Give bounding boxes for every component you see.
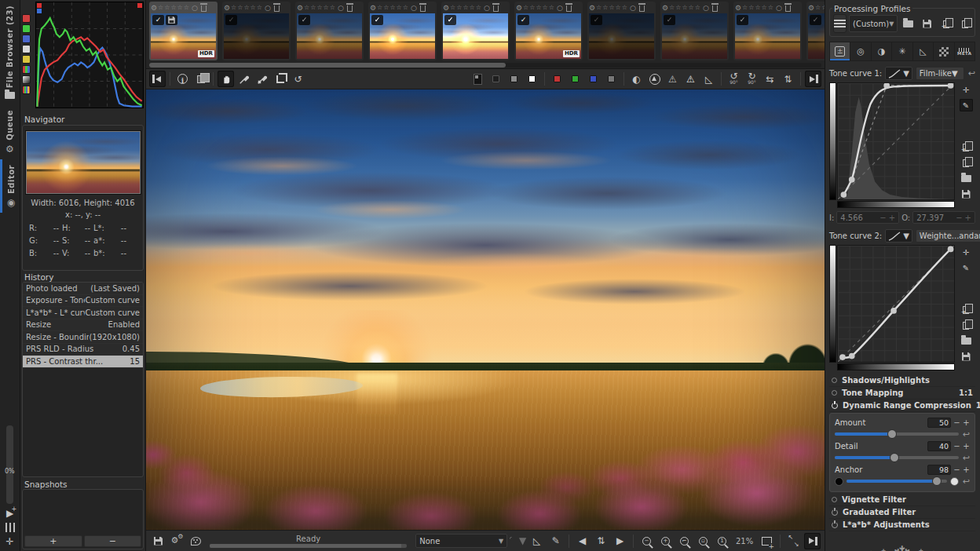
thumbnail-image[interactable]: ✓ HDR [589,13,654,59]
star-icon[interactable]: ☆ [529,4,535,12]
paste-curve-button[interactable] [960,140,973,153]
tab-exposure[interactable]: ± [830,42,850,60]
reset-icon[interactable]: ↩ [968,68,975,78]
tab-detail[interactable]: ◎ [850,42,871,60]
reset-icon[interactable]: ↩ [963,476,970,487]
history-row[interactable]: PRS RLD - Radius 0.45 [23,344,143,356]
bg-white-button[interactable] [524,71,540,87]
trash-icon[interactable] [493,5,499,12]
star-icon[interactable]: ☆ [549,4,554,12]
rotate-left-button[interactable]: ↺90° [726,71,742,87]
star-icon[interactable]: ☆ [536,4,541,12]
star-icon[interactable]: ☆ [609,4,614,12]
history-row[interactable]: Exposure - Tone c... Custom curve [23,295,143,308]
soft-proof-gamut-button[interactable]: ✎ [547,533,564,549]
load-curve-button[interactable] [960,172,973,184]
profile-gear-icon[interactable]: ⚙ [443,4,449,12]
previous-image-button[interactable]: ◀ [574,533,591,549]
star-icon[interactable]: ☆ [304,4,309,12]
profile-dropdown[interactable]: (Custom) ▼ [849,15,898,32]
highlight-clipping-button[interactable]: ⚠ [682,71,699,87]
toggle-left-panel-button[interactable] [149,71,166,87]
tab-advanced[interactable]: ✳ [892,42,912,60]
star-icon[interactable]: ☆ [675,4,681,12]
star-icon[interactable]: ☆ [463,4,468,12]
photo-canvas[interactable] [146,89,825,530]
plus-icon[interactable]: + [889,213,895,222]
star-icon[interactable]: ☆ [602,4,608,12]
tab-file-browser[interactable]: File Browser (23) [0,0,20,104]
profile-gear-icon[interactable]: ⚙ [589,4,595,12]
zoom-out-button[interactable]: − [638,533,655,549]
color-picker-button[interactable] [254,71,270,87]
histogram-luminosity-toggle[interactable] [22,45,31,53]
edit-point-pointer-icon[interactable]: ✛ [960,83,973,96]
next-image-button[interactable]: ▶ [612,533,628,549]
paste-curve-button[interactable] [960,303,973,316]
history-row[interactable]: L*a*b* - L* curve Custom curve [23,307,143,319]
profile-gear-icon[interactable]: ⚙ [151,4,157,12]
star-icon[interactable]: ☆ [397,4,402,12]
curve-type-dropdown-2[interactable]: ▼ [885,229,912,243]
edit-point-pointer-icon[interactable]: ✛ [960,246,973,258]
profile-fill-mode-button[interactable] [833,14,847,33]
minus-icon[interactable]: − [956,213,962,222]
curve-mode-dropdown-2[interactable]: Weighte...andard ▼ [916,229,980,243]
star-icon[interactable]: ☆ [815,4,821,12]
histogram-green-toggle[interactable] [22,24,31,33]
trash-icon[interactable] [785,5,791,12]
copy-curve-button[interactable] [960,319,973,331]
tool-off-icon[interactable] [832,378,837,383]
star-icon[interactable]: ☆ [310,4,316,12]
slider-handle[interactable] [932,476,942,486]
curve-mode-dropdown-1[interactable]: Film-like ▼ [916,67,964,80]
navigator-preview-image[interactable] [26,131,141,194]
star-icon[interactable]: ☆ [470,4,475,12]
output-profile-dropdown[interactable]: None ▼ [415,534,507,548]
history-row[interactable]: PRS - Contrast thr... 15 [23,356,143,368]
star-icon[interactable]: ☆ [596,4,602,12]
minus-icon[interactable]: − [953,465,960,474]
history-row[interactable]: Resize Enabled [23,319,143,332]
histogram-mode-toggle[interactable] [22,75,31,84]
star-icon[interactable]: ☆ [231,4,236,12]
filmstrip-thumbnail[interactable]: ⚙ ☆ ☆ ☆ ☆ ☆ ○ ✓ HDR [295,2,364,60]
color-label-icon[interactable]: ○ [776,4,782,12]
preview-green-button[interactable] [567,71,583,87]
edit-point-pen-icon[interactable]: ✎ [960,261,973,274]
histogram-chromaticity-toggle[interactable] [22,55,31,64]
color-label-icon[interactable]: ○ [338,4,344,12]
curve-plot-1[interactable] [837,82,955,200]
tab-color[interactable]: ◑ [872,42,892,60]
power-icon[interactable] [832,522,838,528]
slider-handle[interactable] [887,429,897,439]
star-icon[interactable]: ☆ [689,4,694,12]
fullscreen-button[interactable] [785,533,802,549]
triangle-plus-icon[interactable]: ▶ [6,509,13,518]
thumbnail-image[interactable]: ✓ HDR [516,13,581,59]
load-profile-button[interactable] [900,16,916,32]
star-icon[interactable]: ☆ [669,4,675,12]
trash-icon[interactable] [566,5,572,12]
tab-raw[interactable] [934,42,954,60]
slider-value-field[interactable]: 50 [927,418,951,428]
add-snapshot-button[interactable]: + [24,535,82,547]
history-row[interactable]: Photo loaded (Last Saved) [23,283,143,295]
tab-transform[interactable]: ◺ [913,42,934,60]
histogram-raw-toggle[interactable] [22,65,31,74]
minus-icon[interactable]: − [953,442,960,451]
new-detail-window-button[interactable] [759,533,775,549]
star-icon[interactable]: ☆ [476,4,481,12]
sharpening-contrast-mask-button[interactable]: ◐ [628,71,645,87]
trash-icon[interactable] [420,5,426,12]
star-icon[interactable]: ☆ [243,4,249,12]
minus-icon[interactable]: − [953,418,960,427]
thumbnail-image[interactable]: ✓ HDR [370,13,435,59]
image-info-button[interactable] [174,71,191,87]
sync-filebrowser-button[interactable]: ⇅ [593,533,609,549]
zoom-fit-button[interactable]: ⌐ [676,533,693,549]
shadow-clipping-button[interactable]: ⚠ [664,71,681,87]
star-icon[interactable]: ☆ [164,4,170,12]
save-curve-button[interactable] [960,350,973,363]
star-icon[interactable]: ☆ [742,4,748,12]
